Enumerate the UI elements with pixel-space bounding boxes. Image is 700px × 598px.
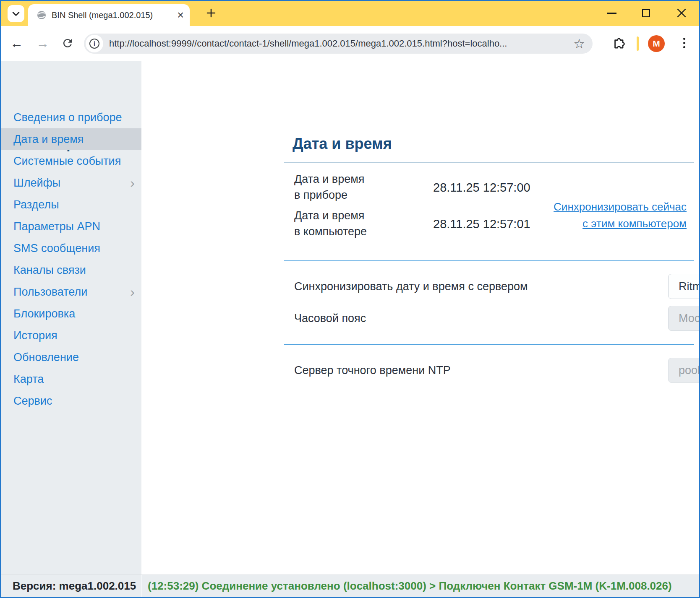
toolbar-theme-divider <box>637 36 639 51</box>
page-title: Дата и время <box>293 135 392 153</box>
datetime-panel: Дата и время Дата и время в приборе 28.1… <box>141 61 700 575</box>
address-bar[interactable]: i http://localhost:9999//contact/contact… <box>84 34 593 54</box>
chevron-right-icon: › <box>130 172 135 194</box>
window-close-button[interactable] <box>672 3 691 23</box>
sidebar-item-label: Дата и время <box>13 133 84 146</box>
tab-title: BIN Shell (mega1.002.015) <box>52 10 177 20</box>
page-info-button[interactable]: i <box>86 35 103 52</box>
sidebar-item-label: Блокировка <box>13 307 75 320</box>
sidebar-item-7[interactable]: Каналы связи <box>0 259 141 281</box>
sidebar-item-label: Шлейфы <box>13 177 60 189</box>
sidebar-item-11[interactable]: Обновление <box>0 346 141 368</box>
sidebar-item-8[interactable]: Пользователи› <box>0 281 141 303</box>
sidebar-item-10[interactable]: История <box>0 325 141 346</box>
sidebar-item-label: Параметры APN <box>13 220 100 233</box>
sync-server-label: Синхронизировать дату и время с сервером <box>294 278 528 294</box>
profile-avatar[interactable]: M <box>648 35 665 52</box>
browser-tab[interactable]: BIN Shell (mega1.002.015) × <box>28 4 190 26</box>
sidebar-item-label: Обновление <box>13 351 79 364</box>
sidebar-item-5[interactable]: Параметры APN <box>0 216 141 237</box>
section-divider <box>284 344 694 345</box>
new-tab-button[interactable] <box>204 6 218 20</box>
settings-sidebar: Настройки Сведения о прибореДата и время… <box>0 61 141 575</box>
plus-icon <box>206 8 216 18</box>
minimize-icon <box>607 13 616 14</box>
sidebar-item-label: Разделы <box>13 198 59 211</box>
sidebar-item-12[interactable]: Карта <box>0 368 141 390</box>
url-text: http://localhost:9999//contact/contact-1… <box>109 38 573 49</box>
window-minimize-button[interactable] <box>602 3 622 23</box>
sidebar-item-label: Пользователи <box>13 286 87 298</box>
reload-button[interactable] <box>61 37 76 52</box>
sidebar-item-2[interactable]: Системные события <box>0 150 141 172</box>
sidebar-item-1[interactable]: Дата и время <box>0 128 141 150</box>
sidebar-item-label: Сведения о приборе <box>13 111 122 124</box>
timezone-value: Московское время (UTC+3 <box>679 312 700 325</box>
statusbar-divider <box>141 575 142 597</box>
browser-toolbar: ← → i http://localhost:9999//contact/con… <box>0 26 700 61</box>
sidebar-item-label: Системные события <box>13 155 121 167</box>
section-divider <box>284 260 694 261</box>
window-maximize-button[interactable] <box>636 3 656 23</box>
ntp-server-label: Сервер точного времени NTP <box>294 362 451 378</box>
maximize-icon <box>642 9 650 17</box>
browser-menu-icon[interactable] <box>683 38 685 48</box>
sidebar-item-label: Карта <box>13 373 44 385</box>
sidebar-item-label: История <box>13 329 57 342</box>
browser-window: BIN Shell (mega1.002.015) × ← → i http:/… <box>0 0 700 598</box>
sidebar-item-4[interactable]: Разделы <box>0 194 141 216</box>
device-time-value: 28.11.25 12:57:00 <box>433 181 530 195</box>
sidebar-item-label: Сервис <box>13 395 52 407</box>
timezone-label: Часовой пояс <box>294 310 366 326</box>
sidebar-item-9[interactable]: Блокировка <box>0 303 141 325</box>
sidebar-item-label: SMS сообщения <box>13 242 100 255</box>
bookmark-star-icon[interactable]: ☆ <box>573 36 585 52</box>
globe-favicon-icon <box>37 10 47 20</box>
connection-status-text: (12:53:29) Соединение установлено (local… <box>148 575 672 597</box>
ntp-server-input[interactable] <box>668 358 700 383</box>
status-bar: Версия: mega1.002.015 (12:53:29) Соедине… <box>0 575 700 597</box>
sync-server-value: Ritm-Link <box>679 280 700 293</box>
sync-server-select[interactable]: Ritm-Link ▼ <box>668 274 700 299</box>
sidebar-item-label: Каналы связи <box>13 264 86 276</box>
tab-close-icon[interactable]: × <box>177 10 184 21</box>
sidebar-nav: Сведения о прибореДата и времяСистемные … <box>0 107 141 412</box>
sidebar-item-0[interactable]: Сведения о приборе <box>0 107 141 128</box>
chevron-down-icon <box>12 11 20 16</box>
info-icon: i <box>89 39 99 49</box>
timezone-select[interactable]: Московское время (UTC+3 ▼ <box>668 306 700 331</box>
chevron-right-icon: › <box>130 281 135 303</box>
sidebar-item-6[interactable]: SMS сообщения <box>0 237 141 259</box>
version-text: Версия: mega1.002.015 <box>13 575 136 597</box>
sidebar-item-3[interactable]: Шлейфы› <box>0 172 141 194</box>
forward-button[interactable]: → <box>35 36 50 51</box>
tab-search-button[interactable] <box>8 5 24 22</box>
sidebar-item-13[interactable]: Сервис <box>0 390 141 412</box>
computer-time-label: Дата и время в компьютере <box>294 208 367 239</box>
extensions-icon[interactable] <box>611 36 627 52</box>
device-time-label: Дата и время в приборе <box>294 171 364 203</box>
sync-now-link[interactable]: Синхронизировать сейчас с этим компьютер… <box>554 198 687 232</box>
title-divider <box>284 162 694 163</box>
computer-time-value: 28.11.25 12:57:01 <box>433 217 530 231</box>
tab-strip: BIN Shell (mega1.002.015) × <box>0 0 700 26</box>
back-button[interactable]: ← <box>9 36 24 51</box>
window-close-icon <box>677 8 686 18</box>
